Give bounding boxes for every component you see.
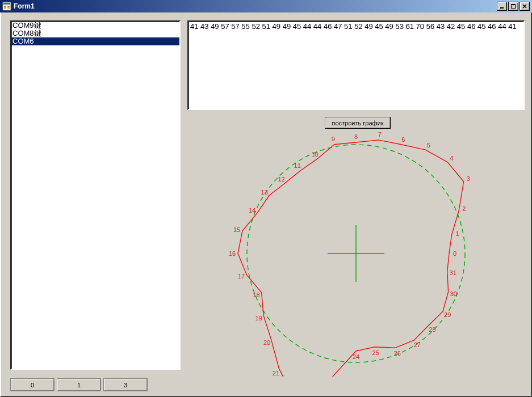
bottom-button-1-label: 1 (77, 382, 81, 388)
minimize-button[interactable] (497, 2, 507, 11)
point-label: 28 (429, 326, 435, 333)
point-label: 26 (394, 350, 401, 357)
point-label: 16 (229, 250, 236, 257)
point-label: 9 (332, 136, 335, 142)
point-label: 29 (444, 311, 451, 318)
point-label: 1 (455, 230, 459, 237)
point-label: 14 (249, 207, 255, 214)
point-label: 17 (238, 273, 245, 280)
maximize-button[interactable] (508, 2, 518, 11)
point-label: 15 (233, 226, 240, 233)
point-label: 21 (273, 370, 279, 377)
point-label: 18 (253, 292, 259, 298)
svg-rect-8 (511, 4, 516, 5)
point-label: 30 (450, 290, 457, 297)
point-label: 24 (353, 353, 359, 360)
com-port-listbox[interactable]: COM9鍵COM8鍵COM6 (10, 20, 181, 370)
bottom-button-1[interactable]: 1 (57, 378, 101, 391)
svg-rect-4 (7, 6, 10, 7)
list-item[interactable]: COM9鍵 (11, 22, 179, 29)
point-label: 0 (453, 250, 456, 257)
point-label: 20 (263, 339, 270, 346)
point-label: 31 (450, 269, 456, 276)
point-label: 11 (294, 162, 301, 169)
client-area: COM9鍵COM8鍵COM6 41 43 49 57 57 55 52 51 4… (0, 12, 532, 397)
svg-rect-5 (7, 7, 10, 9)
close-button[interactable] (520, 2, 530, 11)
window-title: Form1 (14, 2, 35, 10)
point-label: 12 (278, 176, 284, 183)
point-label: 27 (414, 341, 421, 348)
svg-rect-2 (4, 6, 6, 7)
data-textbox-value: 41 43 49 57 57 55 52 51 49 49 45 44 44 4… (190, 22, 517, 31)
data-polygon (238, 140, 464, 377)
point-label: 7 (378, 131, 382, 138)
point-label: 6 (401, 136, 405, 143)
bottom-button-0-label: 0 (31, 382, 34, 388)
point-label: 4 (450, 155, 453, 162)
point-label: 2 (462, 205, 466, 212)
polar-chart: 0123456789101112131415161718192021222324… (187, 130, 525, 377)
build-chart-button-label: построить график (332, 120, 383, 126)
point-label: 5 (427, 142, 430, 149)
svg-rect-6 (500, 7, 504, 9)
point-label: 3 (467, 175, 470, 182)
app-icon (2, 2, 11, 11)
window-controls (497, 2, 530, 11)
list-item[interactable]: COM8鍵 (11, 29, 179, 37)
list-item[interactable]: COM6 (11, 37, 179, 45)
svg-rect-3 (4, 7, 6, 9)
point-label: 19 (255, 315, 262, 322)
bottom-button-0[interactable]: 0 (10, 378, 55, 391)
data-textbox[interactable]: 41 43 49 57 57 55 52 51 49 49 45 44 44 4… (187, 20, 525, 110)
titlebar: Form1 (0, 0, 532, 12)
point-label: 13 (261, 189, 268, 196)
bottom-button-3[interactable]: 3 (103, 378, 148, 391)
point-label: 10 (311, 151, 318, 158)
point-label: 8 (354, 133, 358, 140)
bottom-button-3-label: 3 (124, 382, 127, 388)
point-label: 25 (372, 349, 379, 356)
build-chart-button[interactable]: построить график (325, 117, 391, 129)
svg-rect-1 (3, 3, 10, 5)
